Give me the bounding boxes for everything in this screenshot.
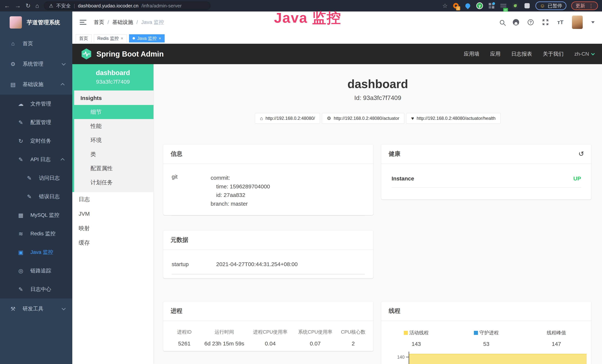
y-tickmark <box>406 357 409 357</box>
close-icon[interactable]: × <box>159 36 161 41</box>
val-process-cpu: 0.04 <box>248 341 292 347</box>
sidebar-item-java-monitor[interactable]: ▣ Java 监控 <box>0 243 72 261</box>
sidebar-item-infrastructure[interactable]: ▤ 基础设施 <box>0 74 72 95</box>
browser-reload-icon[interactable]: ↻ <box>26 3 31 9</box>
github-icon[interactable] <box>513 19 519 25</box>
infrastructure-icon: ▤ <box>10 81 16 88</box>
extension-icon-pin[interactable] <box>464 2 471 9</box>
sidebar-item-scheduled-tasks[interactable]: ↻ 定时任务 <box>0 132 72 150</box>
instance-id: 93a3fc7f7409 <box>74 79 152 85</box>
user-avatar[interactable] <box>572 16 583 29</box>
sidebar-item-label: 访问日志 <box>39 174 60 182</box>
breadcrumb-infrastructure[interactable]: 基础设施 <box>112 19 133 26</box>
locale-selector[interactable]: zh-CN <box>574 51 594 57</box>
tag-redis-monitor[interactable]: Redis 监控 × <box>94 34 127 43</box>
sidebar-item-home[interactable]: ⌂ 首页 <box>0 33 72 54</box>
sidebar-item-tracing[interactable]: ◎ 链路追踪 <box>0 261 72 280</box>
legend-daemon-threads: 守护进程 <box>451 330 521 336</box>
app-logo-row[interactable]: 芋道管理系统 <box>0 11 72 33</box>
sidebar-item-access-logs[interactable]: ✎ 访问日志 <box>0 169 72 187</box>
sidebar-item-dev-tools[interactable]: ⚒ 研发工具 <box>0 299 72 319</box>
extension-icon-leaf[interactable] <box>512 2 519 9</box>
text-size-icon[interactable]: тT <box>557 19 563 25</box>
instance-header[interactable]: dashboard 93a3fc7f7409 <box>72 64 153 90</box>
address-bar[interactable]: ⚠ 不安全 | dashboard.yudao.iocoder.cn/infra… <box>44 1 211 10</box>
browser-back-icon[interactable]: ← <box>4 3 10 9</box>
profile-paused-button[interactable]: ☺ 已暂停 <box>536 1 566 10</box>
sidebar-item-log-center[interactable]: ✎ 日志中心 <box>0 280 72 299</box>
sidebar-item-api-logs[interactable]: ✎ API 日志 <box>0 150 72 169</box>
actuator-url-button[interactable]: ⚙ http://192.168.0.2:48080/actuator <box>322 113 404 124</box>
url-host: dashboard.yudao.iocoder.cn <box>78 3 139 9</box>
sba-nav-about[interactable]: 关于我们 <box>543 50 564 57</box>
extension-icon-y[interactable]: y <box>476 2 483 9</box>
health-url-label: http://192.168.0.2:48080/actuator/health <box>417 116 495 121</box>
breadcrumb-separator: / <box>137 19 138 25</box>
search-icon[interactable] <box>500 20 504 24</box>
tag-home[interactable]: 首页 <box>76 34 92 43</box>
git-branch-line: branch: master <box>211 200 270 208</box>
fullscreen-icon[interactable] <box>542 19 549 26</box>
sidebar-item-redis-monitor[interactable]: ≋ Redis 监控 <box>0 224 72 243</box>
browser-home-icon[interactable]: ⌂ <box>35 3 39 9</box>
sba-nav-journal[interactable]: 日志报表 <box>511 50 532 57</box>
log-icon: ✎ <box>26 175 33 181</box>
instance-item-caches[interactable]: 缓存 <box>72 236 153 250</box>
sba-brand[interactable]: Spring Boot Admin <box>80 48 164 60</box>
health-instance-row[interactable]: Instance UP <box>392 175 581 187</box>
extension-icon-list-on[interactable]: on <box>500 2 507 9</box>
help-icon[interactable]: ? <box>528 19 534 25</box>
screenshot-root: ← → ↻ ⌂ ⚠ 不安全 | dashboard.yudao.iocoder.… <box>0 0 602 364</box>
sidebar-item-error-logs[interactable]: ✎ 错误日志 <box>0 187 72 206</box>
breadcrumb-separator: / <box>108 19 109 25</box>
sba-nav-wallboard[interactable]: 应用墙 <box>464 50 479 57</box>
breadcrumb-home[interactable]: 首页 <box>94 19 104 26</box>
service-url-button[interactable]: ⌂ http://192.168.0.2:48080/ <box>255 113 320 124</box>
browser-update-button[interactable]: 更新 ⋮ <box>571 1 598 10</box>
sidebar-item-label: 日志中心 <box>30 286 51 293</box>
kebab-menu-icon[interactable]: ⋮ <box>589 3 594 9</box>
bookmark-star-icon[interactable]: ☆ <box>442 2 448 9</box>
health-url-button[interactable]: ♥ http://192.168.0.2:48080/actuator/heal… <box>406 113 501 124</box>
insights-item-metrics[interactable]: 性能 <box>74 119 153 133</box>
sidebar-item-system-mgmt[interactable]: ⚙ 系统管理 <box>0 54 72 74</box>
instance-sidebar: dashboard 93a3fc7f7409 Insights 细节 性能 环境… <box>72 64 153 364</box>
layers-icon: ≋ <box>17 230 24 237</box>
sidebar-item-label: 研发工具 <box>23 305 43 312</box>
instance-item-jvm[interactable]: JVM <box>72 207 153 221</box>
extension-badge: 1 <box>456 6 460 11</box>
history-icon[interactable]: ↺ <box>579 150 584 158</box>
insights-item-details[interactable]: 细节 <box>72 105 153 119</box>
insights-item-classes[interactable]: 类 <box>74 147 153 161</box>
hamburger-icon[interactable] <box>80 20 86 25</box>
insights-item-scheduled-tasks[interactable]: 计划任务 <box>74 175 153 190</box>
tag-java-monitor[interactable]: Java 监控 × <box>129 34 165 43</box>
insights-item-environment[interactable]: 环境 <box>74 133 153 147</box>
browser-forward-icon[interactable]: → <box>15 3 21 9</box>
extension-icon-orange[interactable]: 1 <box>452 2 459 9</box>
sidebar-item-config-mgmt[interactable]: ✎ 配置管理 <box>0 113 72 132</box>
val-cpu-cores: 2 <box>338 341 368 347</box>
tags-view-bar: 首页 Redis 监控 × Java 监控 × <box>72 33 602 44</box>
extension-icon-grid[interactable] <box>488 2 495 9</box>
update-label: 更新 <box>575 3 585 9</box>
metadata-key: startup <box>172 261 216 268</box>
chevron-up-icon <box>61 158 64 162</box>
instance-item-mappings[interactable]: 映射 <box>72 221 153 236</box>
sidebar-item-file-mgmt[interactable]: ☁ 文件管理 <box>0 95 72 113</box>
extension-icon-puzzle[interactable] <box>524 2 531 9</box>
health-row-label: Instance <box>392 175 414 182</box>
sidebar-item-mysql-monitor[interactable]: ▦ MySQL 监控 <box>0 206 72 224</box>
chevron-down-icon <box>591 52 595 55</box>
log-icon: ✎ <box>17 286 24 293</box>
close-icon[interactable]: × <box>121 36 123 41</box>
app-title: 芋道管理系统 <box>27 19 60 26</box>
legend-peak-threads: 线程峰值 <box>521 330 591 336</box>
leaf-icon <box>512 3 518 9</box>
insights-item-config-props[interactable]: 配置属性 <box>74 161 153 175</box>
instance-item-logs[interactable]: 日志 <box>72 192 153 207</box>
smiley-face-icon: ☺ <box>540 3 545 9</box>
sba-nav-applications[interactable]: 应用 <box>490 50 501 57</box>
caret-down-icon[interactable] <box>591 21 595 23</box>
sidebar-item-label: 文件管理 <box>30 100 51 107</box>
